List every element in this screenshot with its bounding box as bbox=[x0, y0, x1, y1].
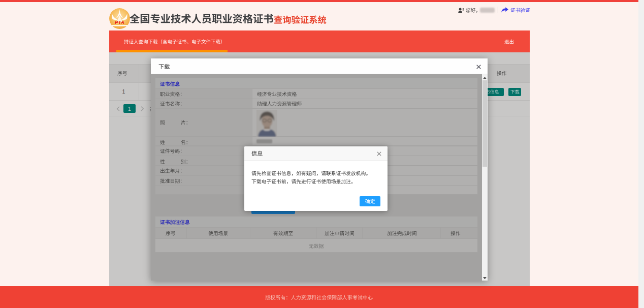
svg-text:PTA: PTA bbox=[115, 20, 124, 25]
